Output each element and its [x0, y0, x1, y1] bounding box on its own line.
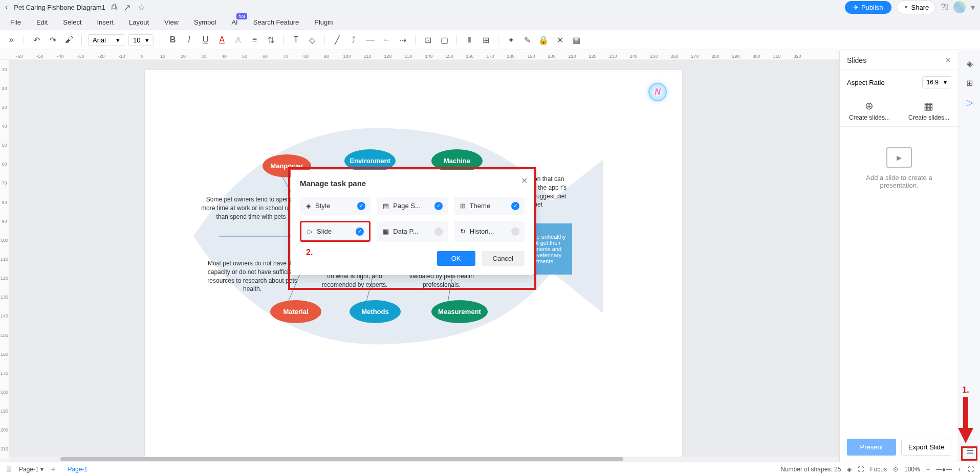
annotation-2: 2.	[306, 248, 313, 257]
pane-theme[interactable]: ⊞ Theme✓	[454, 197, 525, 215]
ruler-horizontal: -60-50-40-30-20-100102030405060708090100…	[0, 50, 980, 59]
measurement-node[interactable]: Measurement	[431, 300, 488, 323]
create-slides-1[interactable]: ⊕Create slides...	[849, 100, 890, 121]
align-objects-icon[interactable]: ⫴	[463, 34, 475, 46]
pane-style[interactable]: ◈ Style✓	[300, 197, 371, 215]
canvas-area[interactable]: Manpower Environment Machine Material Me…	[9, 60, 839, 462]
menu-edit[interactable]: Edit	[36, 18, 48, 26]
pane-slide[interactable]: ▷ Slide✓	[300, 221, 371, 242]
menu-layout[interactable]: Layout	[129, 18, 149, 26]
image-icon[interactable]: ▢	[438, 34, 450, 46]
methods-node[interactable]: Methods	[350, 300, 401, 323]
create-slides-2[interactable]: ▦Create slides...	[908, 100, 949, 121]
menu-view[interactable]: View	[164, 18, 179, 26]
brush-icon[interactable]: 🖌	[63, 34, 75, 46]
user-avatar[interactable]	[953, 1, 966, 13]
font-color-icon[interactable]: A	[215, 34, 228, 46]
material-node[interactable]: Material	[270, 300, 321, 323]
menu-ai[interactable]: AIhot	[231, 18, 237, 26]
zoom-level[interactable]: 100%	[904, 466, 920, 473]
horizontal-scrollbar[interactable]	[9, 457, 839, 462]
add-page-icon[interactable]: +	[51, 465, 55, 474]
cancel-button[interactable]: Cancel	[482, 251, 525, 266]
page-tab[interactable]: Page-1	[62, 466, 93, 473]
shape-fill-icon[interactable]: ◇	[306, 34, 318, 46]
play-icon[interactable]: ⊙	[893, 466, 898, 473]
pane-history[interactable]: ↻ Histori...	[454, 221, 525, 242]
zoom-slider[interactable]: —●—	[936, 466, 952, 473]
ok-button[interactable]: OK	[437, 251, 475, 266]
undo-icon[interactable]: ↶	[30, 34, 42, 46]
text-manpower[interactable]: Some pet owners tend to spends more time…	[201, 195, 301, 221]
text-tool-icon[interactable]: T	[290, 34, 302, 46]
connector-icon[interactable]: ⤴	[347, 34, 360, 46]
ruler-mark: 40	[2, 117, 7, 135]
share-arrow-icon[interactable]: ↗	[124, 3, 130, 12]
font-selector[interactable]: Arial▾	[88, 34, 124, 46]
ai-assistant-icon[interactable]: N	[648, 83, 667, 101]
canvas-page[interactable]: Manpower Environment Machine Material Me…	[145, 70, 682, 462]
back-icon[interactable]: ‹	[5, 3, 8, 12]
crop-icon[interactable]: ⊡	[422, 34, 434, 46]
menu-symbol[interactable]: Symbol	[194, 18, 216, 26]
save-icon[interactable]: ⎙	[112, 3, 117, 12]
scrollbar-thumb[interactable]	[60, 457, 623, 461]
ruler-mark: 110	[357, 54, 378, 59]
page-selector[interactable]: Page-1 ▾	[19, 466, 43, 473]
bold-icon[interactable]: B	[166, 34, 179, 46]
aspect-ratio-label: Aspect Ratio	[847, 79, 885, 86]
grid-icon[interactable]: ⊞	[964, 77, 976, 89]
clear-format-icon[interactable]: A̸	[232, 34, 244, 46]
pane-page-setup[interactable]: ▤ Page S...✓	[377, 197, 447, 215]
title-bar: ‹ Pet Caring Fishbone Diagram1 ⎙ ↗ ☆ ✈ P…	[0, 0, 980, 14]
align-icon[interactable]: ≡	[248, 34, 260, 46]
zoom-out-icon[interactable]: −	[926, 466, 930, 473]
star-icon[interactable]: ☆	[138, 3, 145, 12]
share-button[interactable]: ⚬ Share	[897, 1, 936, 14]
tools-icon[interactable]: ✕	[554, 34, 566, 46]
document-title: Pet Caring Fishbone Diagram1	[14, 4, 105, 11]
pane-data[interactable]: ▦ Data P...	[377, 221, 447, 242]
group-icon[interactable]: ⊞	[480, 34, 492, 46]
underline-icon[interactable]: U	[199, 34, 211, 46]
ruler-mark: 160	[1, 345, 8, 364]
dialog-title: Manage task pane	[300, 179, 525, 188]
lock-icon[interactable]: 🔒	[537, 34, 550, 46]
fullscreen-icon[interactable]: ⛶	[968, 466, 974, 473]
layers-status-icon[interactable]: ◈	[847, 466, 852, 473]
menu-plugin[interactable]: Plugin	[314, 18, 333, 26]
ruler-mark: -30	[71, 54, 91, 59]
font-size-selector[interactable]: 10▾	[128, 34, 154, 46]
line-tool-icon[interactable]: ╱	[331, 34, 343, 46]
present-button[interactable]: Present	[847, 439, 896, 456]
focus-icon[interactable]: ⛶	[858, 466, 864, 473]
help-icon[interactable]: ?⃝	[941, 3, 948, 12]
layers-icon[interactable]: ▦	[570, 34, 582, 46]
menu-search-feature[interactable]: Search Feature	[253, 18, 299, 26]
focus-label[interactable]: Focus	[870, 466, 887, 473]
publish-button[interactable]: ✈ Publish	[845, 1, 891, 14]
fill-icon[interactable]: ◈	[964, 57, 976, 70]
dialog-close-icon[interactable]: ✕	[521, 176, 528, 186]
arrow-start-icon[interactable]: ←	[380, 34, 393, 46]
export-slide-button[interactable]: Export Slide	[901, 439, 951, 456]
zoom-in-icon[interactable]: +	[958, 466, 962, 473]
line-spacing-icon[interactable]: ⇅	[265, 34, 277, 46]
aspect-ratio-select[interactable]: 16:9▾	[922, 76, 951, 88]
arrow-end-icon[interactable]: ⇢	[397, 34, 409, 46]
line-style-icon[interactable]: —	[364, 34, 376, 46]
presentation-mode-icon[interactable]: ▷	[964, 96, 976, 108]
edit-path-icon[interactable]: ✎	[521, 34, 533, 46]
ruler-mark: 30	[2, 98, 7, 117]
menu-insert[interactable]: Insert	[97, 18, 114, 26]
ruler-mark: 260	[664, 54, 685, 59]
dropdown-icon[interactable]: ▾	[971, 3, 975, 12]
menu-file[interactable]: File	[10, 18, 21, 26]
outline-icon[interactable]: ☰	[6, 466, 12, 473]
menu-select[interactable]: Select	[63, 18, 81, 26]
panel-close-icon[interactable]: ✕	[945, 56, 951, 64]
expand-icon[interactable]: »	[5, 34, 17, 46]
effects-icon[interactable]: ✦	[505, 34, 517, 46]
italic-icon[interactable]: I	[183, 34, 195, 46]
redo-icon[interactable]: ↷	[47, 34, 59, 46]
